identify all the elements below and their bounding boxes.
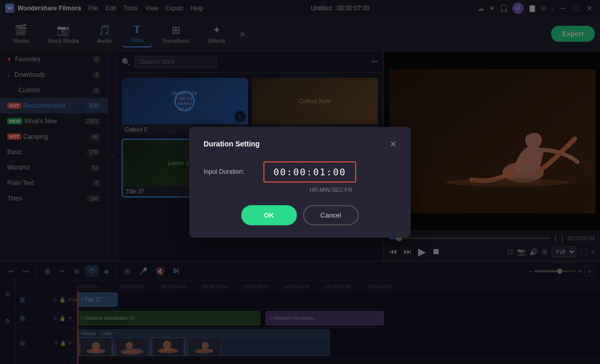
- duration-dialog: Duration Setting ✕ Input Duration: HR:MI…: [189, 127, 411, 238]
- dialog-actions: OK Cancel: [204, 205, 396, 225]
- dialog-hint: HR:MIN:SEC:FR: [265, 187, 396, 193]
- duration-input[interactable]: [263, 161, 356, 183]
- dialog-overlay: Duration Setting ✕ Input Duration: HR:MI…: [0, 0, 600, 364]
- dialog-header: Duration Setting ✕: [204, 139, 396, 149]
- dialog-ok-btn[interactable]: OK: [241, 205, 297, 225]
- dialog-title: Duration Setting: [204, 140, 260, 148]
- dialog-input-label: Input Duration:: [204, 168, 255, 175]
- dialog-input-row: Input Duration:: [204, 161, 396, 183]
- dialog-close-btn[interactable]: ✕: [390, 139, 396, 149]
- dialog-cancel-btn[interactable]: Cancel: [303, 205, 359, 225]
